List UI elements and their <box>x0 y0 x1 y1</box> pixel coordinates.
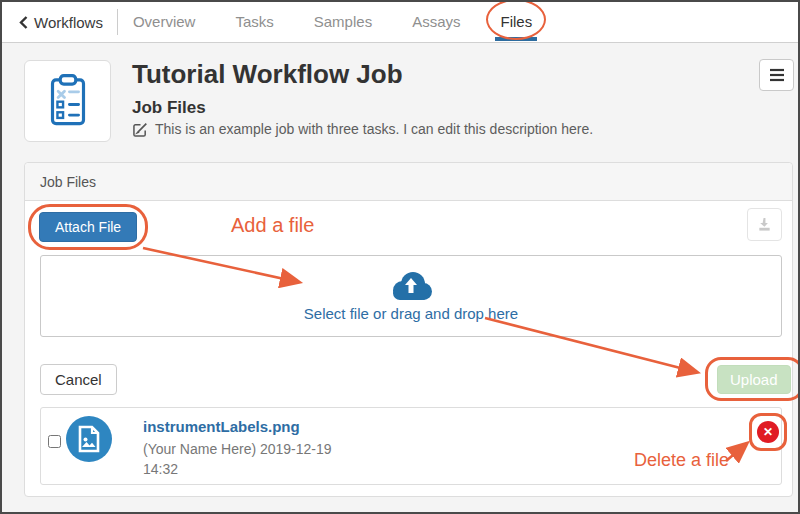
upload-button[interactable]: Upload <box>717 365 791 394</box>
attach-file-button[interactable]: Attach File <box>39 212 137 242</box>
attached-file-row: instrumentLabels.png (Your Name Here) 20… <box>40 407 782 485</box>
job-type-icon-box <box>24 60 111 142</box>
tab-files-label: Files <box>500 13 532 30</box>
download-files-button[interactable] <box>747 208 782 241</box>
chevron-left-icon <box>19 16 28 29</box>
delete-file-icon[interactable]: ✕ <box>757 421 779 443</box>
active-tab-underline <box>495 37 537 41</box>
dropzone-label: Select file or drag and drop here <box>304 305 518 322</box>
tab-samples[interactable]: Samples <box>312 3 374 41</box>
page-title: Tutorial Workflow Job <box>132 59 403 90</box>
hamburger-menu-icon <box>769 68 785 82</box>
file-type-badge <box>66 416 112 462</box>
app-window: Workflows Overview Tasks Samples Assays … <box>0 0 800 514</box>
file-meta: (Your Name Here) 2019-12-19 14:32 <box>143 439 353 479</box>
file-dropzone[interactable]: Select file or drag and drop here <box>40 255 782 337</box>
file-meta-author-date: (Your Name Here) 2019-12-19 <box>143 439 353 459</box>
clipboard-checklist-icon <box>37 70 99 132</box>
back-to-workflows-link[interactable]: Workflows <box>19 14 103 31</box>
top-nav: Workflows Overview Tasks Samples Assays … <box>2 2 798 43</box>
image-file-icon <box>76 425 102 453</box>
panel-heading: Job Files <box>25 163 792 201</box>
pencil-square-icon[interactable] <box>133 122 148 137</box>
file-meta-time: 14:32 <box>143 459 353 479</box>
file-name-link[interactable]: instrumentLabels.png <box>143 418 300 435</box>
job-description: This is an example job with three tasks.… <box>133 121 593 137</box>
page-subtitle: Job Files <box>132 98 206 118</box>
back-label: Workflows <box>34 14 103 31</box>
tab-assays[interactable]: Assays <box>410 3 462 41</box>
cancel-button[interactable]: Cancel <box>40 364 117 395</box>
tab-tasks[interactable]: Tasks <box>233 3 275 41</box>
tab-files[interactable]: Files <box>498 3 534 41</box>
tab-overview[interactable]: Overview <box>131 3 198 41</box>
context-menu-button[interactable] <box>759 59 794 91</box>
nav-divider <box>117 9 118 35</box>
cloud-upload-icon <box>390 270 432 300</box>
job-description-text: This is an example job with three tasks.… <box>155 121 593 137</box>
file-select-checkbox[interactable] <box>48 435 61 448</box>
download-icon <box>757 217 772 232</box>
